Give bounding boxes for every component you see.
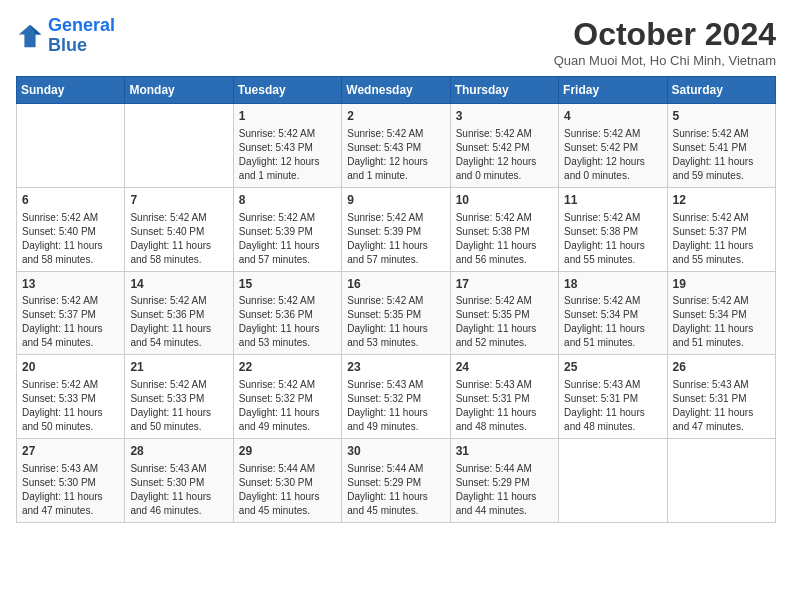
cell-info: Daylight: 11 hours — [456, 490, 553, 504]
cell-info: Sunset: 5:37 PM — [22, 308, 119, 322]
calendar-cell: 5Sunrise: 5:42 AMSunset: 5:41 PMDaylight… — [667, 104, 775, 188]
calendar-cell: 26Sunrise: 5:43 AMSunset: 5:31 PMDayligh… — [667, 355, 775, 439]
cell-info: Daylight: 11 hours — [130, 406, 227, 420]
calendar-cell: 27Sunrise: 5:43 AMSunset: 5:30 PMDayligh… — [17, 439, 125, 523]
cell-info: Daylight: 11 hours — [22, 406, 119, 420]
cell-info: and 57 minutes. — [239, 253, 336, 267]
cell-info: and 1 minute. — [239, 169, 336, 183]
calendar-cell: 28Sunrise: 5:43 AMSunset: 5:30 PMDayligh… — [125, 439, 233, 523]
cell-info: Sunrise: 5:44 AM — [239, 462, 336, 476]
cell-info: and 45 minutes. — [347, 504, 444, 518]
day-number: 31 — [456, 443, 553, 460]
day-of-week-header: Wednesday — [342, 77, 450, 104]
calendar-cell: 25Sunrise: 5:43 AMSunset: 5:31 PMDayligh… — [559, 355, 667, 439]
day-number: 9 — [347, 192, 444, 209]
calendar-cell: 13Sunrise: 5:42 AMSunset: 5:37 PMDayligh… — [17, 271, 125, 355]
cell-info: Sunset: 5:29 PM — [347, 476, 444, 490]
day-number: 25 — [564, 359, 661, 376]
cell-info: and 47 minutes. — [673, 420, 770, 434]
cell-info: Daylight: 12 hours — [456, 155, 553, 169]
cell-info: Sunset: 5:31 PM — [673, 392, 770, 406]
calendar-cell: 11Sunrise: 5:42 AMSunset: 5:38 PMDayligh… — [559, 187, 667, 271]
calendar-cell: 7Sunrise: 5:42 AMSunset: 5:40 PMDaylight… — [125, 187, 233, 271]
day-number: 1 — [239, 108, 336, 125]
cell-info: and 0 minutes. — [564, 169, 661, 183]
calendar-cell: 31Sunrise: 5:44 AMSunset: 5:29 PMDayligh… — [450, 439, 558, 523]
cell-info: and 46 minutes. — [130, 504, 227, 518]
cell-info: Sunrise: 5:42 AM — [239, 294, 336, 308]
calendar-cell: 9Sunrise: 5:42 AMSunset: 5:39 PMDaylight… — [342, 187, 450, 271]
calendar-cell: 24Sunrise: 5:43 AMSunset: 5:31 PMDayligh… — [450, 355, 558, 439]
cell-info: and 56 minutes. — [456, 253, 553, 267]
cell-info: Daylight: 11 hours — [239, 490, 336, 504]
calendar-header: SundayMondayTuesdayWednesdayThursdayFrid… — [17, 77, 776, 104]
cell-info: and 55 minutes. — [564, 253, 661, 267]
day-number: 10 — [456, 192, 553, 209]
day-number: 5 — [673, 108, 770, 125]
calendar-table: SundayMondayTuesdayWednesdayThursdayFrid… — [16, 76, 776, 523]
calendar-week-row: 20Sunrise: 5:42 AMSunset: 5:33 PMDayligh… — [17, 355, 776, 439]
cell-info: Daylight: 11 hours — [22, 322, 119, 336]
cell-info: Sunset: 5:34 PM — [564, 308, 661, 322]
day-number: 14 — [130, 276, 227, 293]
cell-info: Sunrise: 5:43 AM — [564, 378, 661, 392]
day-of-week-header: Saturday — [667, 77, 775, 104]
cell-info: and 59 minutes. — [673, 169, 770, 183]
calendar-cell: 18Sunrise: 5:42 AMSunset: 5:34 PMDayligh… — [559, 271, 667, 355]
cell-info: Sunset: 5:39 PM — [239, 225, 336, 239]
cell-info: Daylight: 11 hours — [564, 406, 661, 420]
calendar-week-row: 1Sunrise: 5:42 AMSunset: 5:43 PMDaylight… — [17, 104, 776, 188]
cell-info: Daylight: 11 hours — [22, 239, 119, 253]
cell-info: Sunrise: 5:42 AM — [673, 211, 770, 225]
day-number: 30 — [347, 443, 444, 460]
cell-info: Daylight: 11 hours — [347, 322, 444, 336]
day-number: 7 — [130, 192, 227, 209]
day-number: 27 — [22, 443, 119, 460]
cell-info: Daylight: 11 hours — [22, 490, 119, 504]
cell-info: Sunrise: 5:42 AM — [456, 211, 553, 225]
day-number: 12 — [673, 192, 770, 209]
header-row: SundayMondayTuesdayWednesdayThursdayFrid… — [17, 77, 776, 104]
logo-icon — [16, 22, 44, 50]
cell-info: Sunset: 5:30 PM — [130, 476, 227, 490]
cell-info: and 54 minutes. — [22, 336, 119, 350]
day-number: 21 — [130, 359, 227, 376]
logo-text: General Blue — [48, 16, 115, 56]
cell-info: Daylight: 11 hours — [564, 239, 661, 253]
cell-info: Sunrise: 5:42 AM — [456, 294, 553, 308]
calendar-cell: 30Sunrise: 5:44 AMSunset: 5:29 PMDayligh… — [342, 439, 450, 523]
day-number: 15 — [239, 276, 336, 293]
cell-info: Daylight: 12 hours — [347, 155, 444, 169]
cell-info: and 45 minutes. — [239, 504, 336, 518]
calendar-cell: 3Sunrise: 5:42 AMSunset: 5:42 PMDaylight… — [450, 104, 558, 188]
svg-marker-0 — [19, 25, 41, 47]
day-number: 4 — [564, 108, 661, 125]
cell-info: and 49 minutes. — [239, 420, 336, 434]
day-number: 19 — [673, 276, 770, 293]
cell-info: Sunrise: 5:42 AM — [564, 127, 661, 141]
cell-info: Daylight: 11 hours — [564, 322, 661, 336]
calendar-cell: 8Sunrise: 5:42 AMSunset: 5:39 PMDaylight… — [233, 187, 341, 271]
cell-info: Sunrise: 5:42 AM — [456, 127, 553, 141]
cell-info: Daylight: 12 hours — [564, 155, 661, 169]
cell-info: Sunrise: 5:42 AM — [130, 211, 227, 225]
cell-info: Daylight: 11 hours — [673, 155, 770, 169]
day-number: 2 — [347, 108, 444, 125]
cell-info: Daylight: 11 hours — [347, 406, 444, 420]
cell-info: Sunset: 5:30 PM — [239, 476, 336, 490]
cell-info: Sunset: 5:40 PM — [130, 225, 227, 239]
title-block: October 2024 Quan Muoi Mot, Ho Chi Minh,… — [554, 16, 776, 68]
day-number: 3 — [456, 108, 553, 125]
calendar-cell: 19Sunrise: 5:42 AMSunset: 5:34 PMDayligh… — [667, 271, 775, 355]
cell-info: Daylight: 11 hours — [456, 322, 553, 336]
cell-info: Sunset: 5:40 PM — [22, 225, 119, 239]
cell-info: Sunrise: 5:42 AM — [347, 294, 444, 308]
cell-info: Daylight: 11 hours — [456, 239, 553, 253]
cell-info: Daylight: 11 hours — [673, 239, 770, 253]
cell-info: Sunrise: 5:42 AM — [22, 294, 119, 308]
cell-info: Sunrise: 5:42 AM — [673, 294, 770, 308]
day-number: 28 — [130, 443, 227, 460]
day-of-week-header: Friday — [559, 77, 667, 104]
cell-info: Sunset: 5:41 PM — [673, 141, 770, 155]
cell-info: Daylight: 11 hours — [130, 239, 227, 253]
